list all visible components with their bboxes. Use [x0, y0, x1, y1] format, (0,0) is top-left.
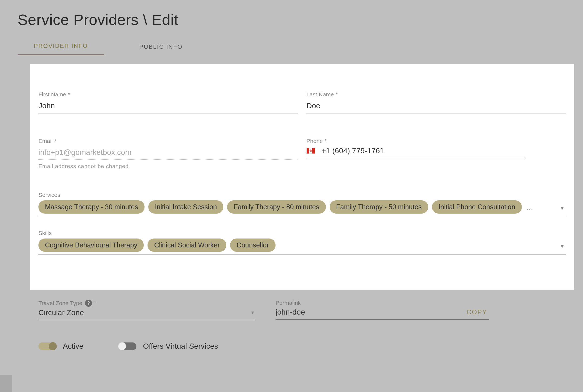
last-name-field: Last Name *	[306, 91, 566, 113]
active-toggle[interactable]	[38, 342, 56, 350]
services-overflow-ellipsis: ...	[527, 203, 533, 211]
virtual-services-toggle[interactable]	[119, 342, 136, 350]
travel-zone-label: Travel Zone Type	[38, 300, 82, 306]
permalink-input[interactable]	[276, 308, 464, 316]
active-toggle-label: Active	[63, 342, 83, 351]
service-chip[interactable]: Initial Phone Consultation	[432, 200, 522, 214]
chevron-down-icon[interactable]: ▼	[560, 243, 565, 249]
chevron-down-icon[interactable]: ▼	[560, 205, 565, 211]
chevron-down-icon[interactable]: ▼	[250, 310, 255, 316]
permalink-field: Permalink COPY	[276, 300, 489, 320]
email-input	[38, 146, 298, 160]
corner-decoration	[0, 375, 12, 392]
tab-public-info[interactable]: PUBLIC INFO	[123, 41, 199, 55]
tabs: PROVIDER INFO PUBLIC INFO	[0, 40, 583, 55]
permalink-label: Permalink	[276, 300, 301, 306]
services-select[interactable]: Massage Therapy - 30 minutes Initial Int…	[38, 200, 566, 216]
email-label: Email *	[38, 138, 298, 144]
first-name-field: First Name *	[38, 91, 298, 113]
travel-zone-select[interactable]: ▼	[38, 308, 255, 320]
skill-chip[interactable]: Clinical Social Worker	[148, 239, 226, 252]
email-help-text: Email address cannot be changed	[38, 163, 298, 169]
email-field: Email * Email address cannot be changed	[38, 138, 298, 169]
last-name-label: Last Name *	[306, 91, 566, 98]
first-name-label: First Name *	[38, 91, 298, 98]
service-chip[interactable]: Massage Therapy - 30 minutes	[38, 200, 145, 214]
first-name-input[interactable]	[38, 100, 298, 113]
phone-field: Phone * ❉	[306, 138, 566, 169]
skill-chip[interactable]: Counsellor	[230, 239, 276, 252]
service-chip[interactable]: Family Therapy - 50 minutes	[330, 200, 428, 214]
services-label: Services	[38, 192, 566, 198]
travel-zone-field: Travel Zone Type ? * ▼	[38, 300, 255, 320]
skill-chip[interactable]: Cognitive Behavioural Therapy	[38, 239, 144, 252]
virtual-toggle-label: Offers Virtual Services	[143, 342, 218, 351]
required-marker: *	[95, 300, 97, 306]
skills-label: Skills	[38, 230, 566, 236]
page-title: Service Providers \ Edit	[0, 0, 583, 28]
travel-zone-value[interactable]	[38, 308, 247, 317]
tab-provider-info[interactable]: PROVIDER INFO	[18, 40, 104, 55]
help-icon[interactable]: ?	[85, 300, 92, 307]
last-name-input[interactable]	[306, 100, 566, 113]
service-chip[interactable]: Initial Intake Session	[148, 200, 223, 214]
phone-label: Phone *	[306, 138, 566, 144]
canada-flag-icon[interactable]: ❉	[306, 148, 315, 154]
tab-label: PUBLIC INFO	[139, 43, 183, 50]
service-chip[interactable]: Family Therapy - 80 minutes	[227, 200, 326, 214]
skills-select[interactable]: Cognitive Behavioural Therapy Clinical S…	[38, 239, 566, 254]
phone-input[interactable]	[322, 146, 524, 155]
copy-button[interactable]: COPY	[464, 308, 489, 316]
tab-label: PROVIDER INFO	[34, 43, 88, 49]
